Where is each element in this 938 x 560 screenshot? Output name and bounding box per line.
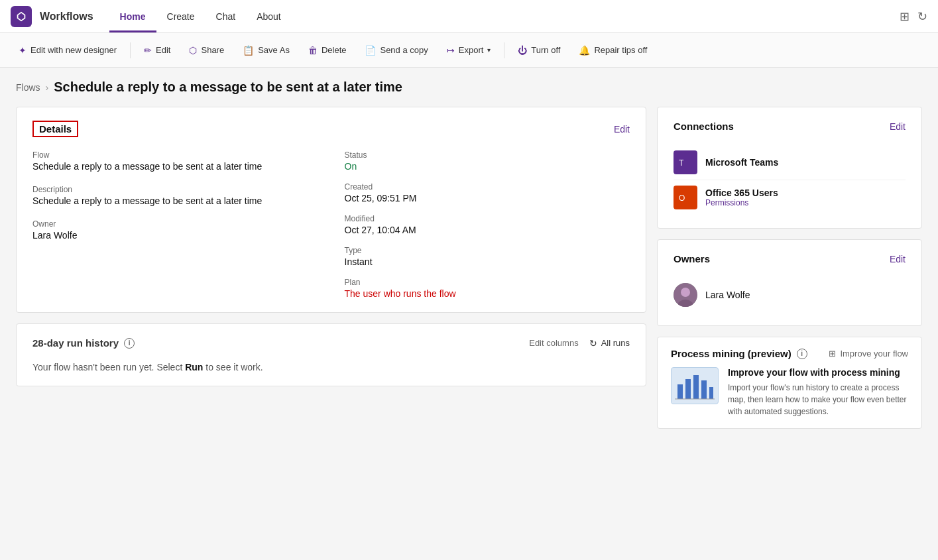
svg-text:T: T: [679, 158, 684, 168]
owner-detail: Owner Lara Wolfe: [32, 219, 318, 241]
left-column: Details Edit Flow Schedule a reply to a …: [16, 107, 646, 386]
nav-item-home[interactable]: Home: [109, 0, 156, 32]
owners-title: Owners: [674, 253, 710, 264]
edit-with-new-designer-button[interactable]: ✦ Edit with new designer: [11, 41, 125, 60]
process-mining-title-group: Process mining (preview) i: [671, 348, 807, 359]
edit-icon: ✏: [144, 45, 152, 56]
created-label: Created: [345, 182, 630, 192]
toolbar: ✦ Edit with new designer ✏ Edit ⬡ Share …: [0, 33, 938, 68]
connections-title: Connections: [674, 121, 734, 132]
owner-avatar: [674, 283, 697, 307]
refresh-icon[interactable]: ↻: [917, 9, 927, 24]
owners-edit-button[interactable]: Edit: [890, 254, 906, 264]
connections-header: Connections Edit: [674, 121, 906, 132]
breadcrumb-current: Schedule a reply to a message to be sent…: [54, 80, 402, 95]
run-history-body: Your flow hasn't been run yet. Select Ru…: [32, 349, 630, 372]
nav-items: Home Create Chat About: [109, 0, 292, 32]
teams-info: Microsoft Teams: [705, 157, 778, 168]
plan-detail: Plan The user who runs the flow: [345, 278, 630, 299]
permissions-link[interactable]: Permissions: [705, 198, 778, 207]
details-edit-button[interactable]: Edit: [614, 124, 630, 135]
nav-item-create[interactable]: Create: [156, 0, 205, 32]
status-label: Status: [345, 150, 630, 160]
power-icon: ⏻: [518, 45, 527, 56]
run-history-empty-text-2: to see it work.: [203, 362, 263, 372]
breadcrumb-separator: ›: [46, 82, 49, 93]
export-button[interactable]: ↦ Export ▾: [439, 41, 499, 60]
all-runs-button[interactable]: ↻ All runs: [589, 338, 630, 349]
toolbar-divider-2: [504, 42, 504, 58]
external-icon: ⊞: [829, 349, 836, 359]
description-detail: Description Schedule a reply to a messag…: [32, 185, 318, 206]
app-logo: [11, 6, 32, 27]
improve-flow-action[interactable]: ⊞ Improve your flow: [829, 349, 908, 359]
owner-value: Lara Wolfe: [32, 230, 318, 241]
created-detail: Created Oct 25, 09:51 PM: [345, 182, 630, 203]
status-detail: Status On: [345, 150, 630, 172]
nav-right-icons: ⊞ ↻: [900, 9, 927, 24]
run-history-title-group: 28-day run history i: [32, 337, 135, 349]
share-button[interactable]: ⬡ Share: [181, 41, 232, 60]
connection-item-office: O Office 365 Users Permissions: [674, 180, 906, 215]
share-icon: ⬡: [189, 45, 197, 56]
process-mining-body: Improve your flow with process mining Im…: [671, 367, 908, 418]
owners-header: Owners Edit: [674, 253, 906, 264]
run-history-empty-text-1: Your flow hasn't been run yet. Select: [32, 362, 185, 372]
process-mining-text: Improve your flow with process mining Im…: [728, 367, 908, 418]
svg-rect-9: [709, 387, 713, 399]
nav-item-about[interactable]: About: [246, 0, 292, 32]
connection-item-teams: T Microsoft Teams: [674, 145, 906, 180]
svg-text:O: O: [679, 194, 685, 203]
run-history-header: 28-day run history i Edit columns ↻ All …: [32, 337, 630, 349]
details-title: Details: [32, 121, 78, 137]
plan-value: The user who runs the flow: [345, 288, 630, 299]
office-info: Office 365 Users Permissions: [705, 188, 778, 207]
export-chevron-icon: ▾: [487, 46, 491, 54]
details-grid: Flow Schedule a reply to a message to be…: [32, 150, 630, 299]
details-right: Status On Created Oct 25, 09:51 PM Modif…: [345, 150, 630, 299]
bell-icon: 🔔: [579, 45, 590, 56]
process-mining-card: Process mining (preview) i ⊞ Improve you…: [657, 337, 922, 429]
external-link-icon[interactable]: ⊞: [900, 9, 909, 24]
details-card-header: Details Edit: [32, 121, 630, 137]
process-mining-thumbnail: [671, 367, 719, 404]
edit-columns-button[interactable]: Edit columns: [529, 338, 578, 348]
process-mining-title: Process mining (preview): [671, 348, 791, 359]
turn-off-button[interactable]: ⏻ Turn off: [510, 41, 568, 60]
type-detail: Type Instant: [345, 246, 630, 267]
modified-detail: Modified Oct 27, 10:04 AM: [345, 214, 630, 235]
save-as-button[interactable]: 📋 Save As: [235, 41, 298, 60]
refresh-icon-small: ↻: [589, 338, 597, 349]
type-label: Type: [345, 246, 630, 255]
office-icon: O: [674, 186, 697, 209]
connections-edit-button[interactable]: Edit: [890, 121, 906, 132]
send-a-copy-button[interactable]: 📄 Send a copy: [357, 41, 436, 60]
description-value: Schedule a reply to a message to be sent…: [32, 196, 318, 206]
details-card: Details Edit Flow Schedule a reply to a …: [16, 107, 646, 313]
details-left: Flow Schedule a reply to a message to be…: [32, 150, 318, 299]
nav-item-chat[interactable]: Chat: [205, 0, 247, 32]
repair-tips-off-button[interactable]: 🔔 Repair tips off: [571, 41, 655, 60]
process-mining-header: Process mining (preview) i ⊞ Improve you…: [671, 348, 908, 359]
app-name: Workflows: [40, 11, 93, 23]
plan-label: Plan: [345, 278, 630, 287]
delete-button[interactable]: 🗑 Delete: [300, 41, 355, 60]
flow-detail: Flow Schedule a reply to a message to be…: [32, 150, 318, 172]
owner-label: Owner: [32, 219, 318, 229]
status-value: On: [345, 161, 630, 172]
top-navigation: Workflows Home Create Chat About ⊞ ↻: [0, 0, 938, 33]
edit-button[interactable]: ✏ Edit: [136, 41, 178, 60]
teams-name: Microsoft Teams: [705, 157, 778, 168]
run-history-info-icon[interactable]: i: [124, 338, 135, 349]
save-as-icon: 📋: [243, 45, 254, 56]
type-value: Instant: [345, 256, 630, 267]
breadcrumb-flows[interactable]: Flows: [16, 82, 40, 93]
process-card-title: Improve your flow with process mining: [728, 367, 908, 378]
owner-name: Lara Wolfe: [705, 290, 750, 300]
svg-rect-8: [701, 380, 707, 399]
toolbar-divider-1: [130, 42, 131, 58]
flow-value: Schedule a reply to a message to be sent…: [32, 161, 318, 172]
owner-item: Lara Wolfe: [674, 278, 906, 312]
process-mining-info-icon[interactable]: i: [797, 349, 807, 359]
office-name: Office 365 Users: [705, 188, 778, 198]
